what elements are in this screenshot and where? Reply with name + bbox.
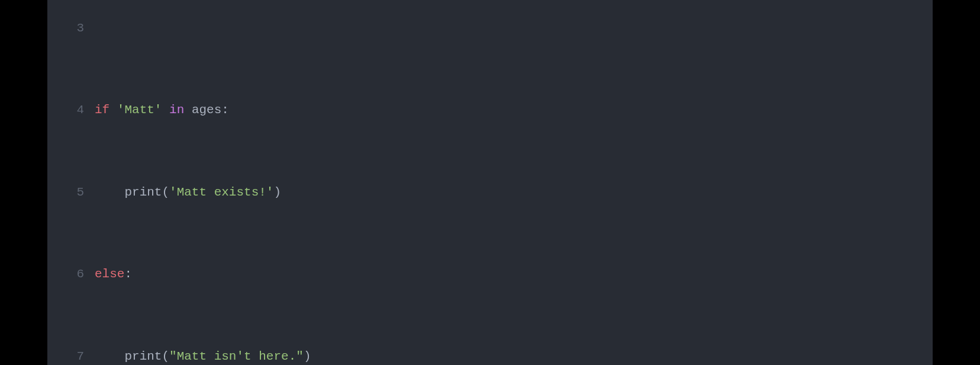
line-number: 7 [64, 347, 84, 365]
code-line: 4 if 'Matt' in ages: [64, 100, 916, 121]
builtin-print: print [124, 350, 162, 363]
keyword-if: if [95, 103, 109, 117]
builtin-print: print [124, 185, 162, 199]
code-line: 7 print("Matt isn't here.") [64, 347, 916, 365]
code-line: 3 [64, 18, 916, 39]
keyword-in: in [169, 103, 184, 117]
code-line: 5 print('Matt exists!') [64, 182, 916, 203]
string: 'Matt' [117, 103, 162, 117]
code-window: 1 # Checking if a key exists in a Python… [47, 0, 933, 365]
string: "Matt isn't here." [169, 350, 304, 363]
colon: : [221, 103, 229, 117]
string: 'Matt exists!' [169, 185, 273, 199]
code-block: 1 # Checking if a key exists in a Python… [64, 0, 916, 365]
line-number: 5 [64, 182, 84, 203]
variable: ages [192, 103, 221, 117]
line-number: 3 [64, 18, 84, 39]
code-line: 6 else: [64, 264, 916, 285]
line-number: 6 [64, 264, 84, 285]
line-number: 4 [64, 100, 84, 121]
keyword-else: else [95, 267, 124, 281]
colon: : [124, 267, 132, 281]
